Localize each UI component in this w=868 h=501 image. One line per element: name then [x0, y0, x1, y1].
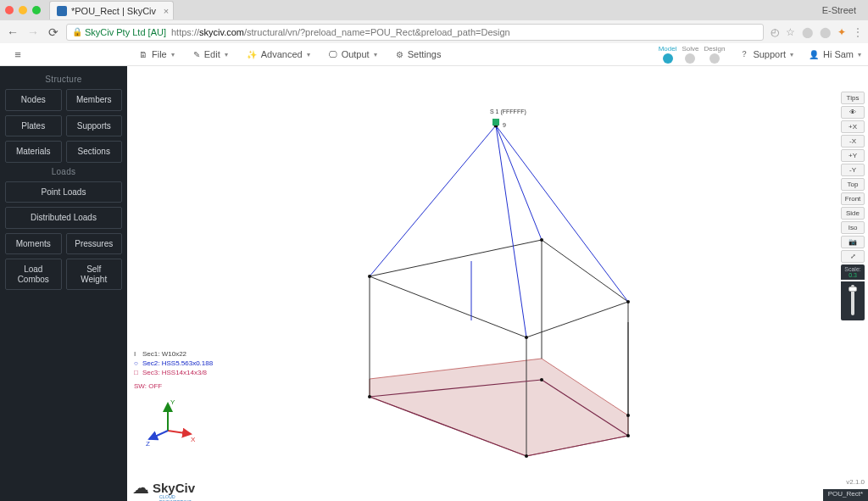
canvas-title: S 1 (FFFFFF)	[490, 109, 526, 114]
menu-support-label: Support	[753, 49, 786, 59]
vt-minus-y[interactable]: -Y	[841, 164, 865, 176]
menu-user-label: Hi Sam	[823, 49, 854, 59]
forward-icon[interactable]: →	[25, 25, 41, 39]
svg-line-33	[149, 431, 168, 439]
menu-settings-label: Settings	[408, 49, 442, 59]
minimize-window-icon[interactable]	[19, 6, 27, 14]
svg-point-29	[626, 414, 630, 417]
square-icon: □	[134, 369, 139, 378]
step-design-label: Design	[704, 45, 726, 53]
axis-triad: X Y Z	[144, 397, 195, 448]
close-tab-icon[interactable]: ×	[164, 6, 169, 16]
menu-edit[interactable]: ✎Edit▾	[193, 49, 228, 59]
svg-point-26	[540, 378, 543, 381]
sidebar-distributed-loads[interactable]: Distributed Loads	[5, 207, 122, 229]
vt-iso[interactable]: Iso	[841, 221, 865, 234]
sidebar-sections[interactable]: Sections	[66, 141, 123, 163]
vt-top[interactable]: Top	[841, 178, 865, 191]
vt-fullscreen[interactable]: ⤢	[841, 250, 865, 263]
ssl-org: SkyCiv Pty Ltd [AU]	[85, 27, 166, 37]
app-version: v2.1.0	[846, 478, 865, 486]
sidebar-structure-head: Structure	[5, 75, 122, 84]
hamburger-icon[interactable]: ≡	[7, 48, 29, 61]
menu-output[interactable]: 🖵Output▾	[329, 49, 377, 59]
status-bar: POU_Rect*	[823, 489, 868, 501]
menu-settings[interactable]: ⚙Settings	[396, 49, 442, 59]
file-icon: 🗎	[139, 50, 147, 59]
sidebar-loads-head: Loads	[5, 167, 122, 176]
chevron-down-icon: ▾	[858, 51, 861, 58]
sidebar-moments[interactable]: Moments	[5, 233, 62, 255]
sidebar-pressures[interactable]: Pressures	[66, 233, 123, 255]
vt-visibility[interactable]: 👁	[841, 106, 865, 119]
sidebar-self-weight[interactable]: Self Weight	[66, 259, 123, 290]
ext2-icon[interactable]: ⬤	[820, 26, 831, 38]
star-icon[interactable]: ☆	[786, 26, 795, 38]
close-window-icon[interactable]	[5, 6, 14, 14]
menu-advanced[interactable]: ✨Advanced▾	[247, 49, 310, 59]
ext3-icon[interactable]: ✦	[837, 26, 846, 38]
i-beam-icon: I	[134, 350, 139, 359]
menu-user[interactable]: 👤Hi Sam▾	[809, 49, 861, 59]
svg-point-28	[525, 454, 528, 458]
vt-side[interactable]: Side	[841, 207, 865, 220]
svg-line-14	[496, 125, 526, 337]
chevron-down-icon: ▾	[374, 51, 377, 58]
app-menubar: ≡ 🗎File▾ ✎Edit▾ ✨Advanced▾ 🖵Output▾ ⚙Set…	[0, 43, 868, 66]
window-controls[interactable]	[5, 6, 41, 14]
gear-icon: ⚙	[396, 50, 403, 59]
section-legend: ISec1: W10x22 ○Sec2: HSS5.563x0.188 □Sec…	[134, 350, 213, 392]
axis-z-label: Z	[146, 440, 150, 448]
svg-line-8	[542, 240, 628, 302]
url-protocol: https://	[171, 27, 199, 37]
menu-file[interactable]: 🗎File▾	[139, 49, 175, 59]
sidebar-load-combos[interactable]: Load Combos	[5, 259, 62, 290]
svg-point-24	[525, 336, 528, 339]
step-dot-icon	[663, 53, 673, 64]
reload-icon[interactable]: ⟳	[46, 25, 61, 39]
vt-plus-x[interactable]: +X	[841, 120, 865, 133]
svg-line-10	[370, 276, 526, 337]
address-bar[interactable]: 🔒 SkyCiv Pty Ltd [AU] https:// skyciv.co…	[66, 24, 764, 41]
sidebar-members[interactable]: Members	[66, 89, 123, 111]
sidebar: Structure Nodes Members Plates Supports …	[0, 66, 127, 501]
brand-logo: ☁ SkyCiv CLOUD ENGINEERING SOFTWARE	[132, 477, 195, 498]
pencil-icon: ✎	[193, 50, 200, 59]
vt-plus-y[interactable]: +Y	[841, 149, 865, 162]
step-model-label: Model	[659, 45, 677, 53]
vt-front[interactable]: Front	[841, 192, 865, 205]
vt-scale-slider[interactable]	[841, 281, 865, 320]
step-design[interactable]: Design	[704, 45, 726, 64]
ext1-icon[interactable]: ⬤	[802, 26, 813, 38]
maximize-window-icon[interactable]	[32, 6, 41, 14]
sidebar-nodes[interactable]: Nodes	[5, 89, 62, 111]
menu-icon[interactable]: ⋮	[853, 26, 863, 38]
vt-screenshot[interactable]: 📷	[841, 236, 865, 248]
screen-icon: 🖵	[329, 50, 337, 59]
browser-tab[interactable]: *POU_Rect | SkyCiv ×	[49, 1, 174, 19]
menu-support[interactable]: ？Support▾	[740, 48, 793, 60]
slider-knob[interactable]	[849, 287, 857, 292]
sidebar-supports[interactable]: Supports	[66, 115, 123, 137]
chevron-down-icon: ▾	[790, 51, 793, 58]
model-svg	[127, 66, 868, 501]
step-solve[interactable]: Solve	[682, 45, 698, 64]
model-canvas[interactable]: S 1 (FFFFFF) 9 ISec1: W10x22 ○Sec2: HSS5…	[127, 66, 868, 501]
brand-tagline: CLOUD ENGINEERING SOFTWARE	[159, 494, 195, 501]
vt-tips[interactable]: Tips	[841, 92, 865, 104]
history-icon[interactable]: ◴	[771, 26, 779, 38]
legend-sec3: Sec3: HSS14x14x3/8	[142, 369, 207, 378]
lock-icon: 🔒	[72, 27, 82, 36]
svg-point-22	[540, 238, 543, 242]
step-model[interactable]: Model	[659, 45, 677, 64]
legend-sec2: Sec2: HSS5.563x0.188	[142, 359, 213, 369]
browser-profile[interactable]: E-Street	[822, 5, 863, 15]
sidebar-materials[interactable]: Materials	[5, 141, 62, 163]
cloud-icon: ☁	[132, 477, 149, 498]
vt-minus-x[interactable]: -X	[841, 135, 865, 148]
back-icon[interactable]: ←	[5, 25, 20, 39]
svg-point-27	[626, 434, 630, 437]
sidebar-plates[interactable]: Plates	[5, 115, 62, 137]
brand-name: SkyCiv	[153, 481, 195, 495]
sidebar-point-loads[interactable]: Point Loads	[5, 181, 122, 203]
